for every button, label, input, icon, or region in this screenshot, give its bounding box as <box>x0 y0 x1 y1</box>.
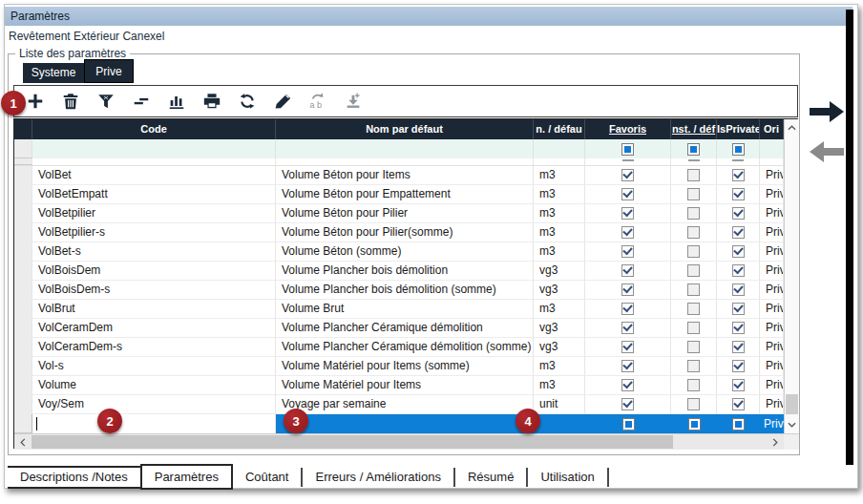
table-row[interactable]: VolBetpilier-s Volume Béton pour Pilier(… <box>14 223 784 242</box>
newrow-inst-cell[interactable] <box>671 414 717 433</box>
table-row[interactable]: VolBetpilier Volume Béton pour Pilier m3… <box>14 204 784 223</box>
cell-unit[interactable]: vg3 <box>534 338 585 357</box>
checkbox-icon[interactable] <box>732 360 745 372</box>
checkbox-icon[interactable] <box>687 341 700 353</box>
row-selector[interactable] <box>14 223 32 242</box>
remove-icon[interactable] <box>130 90 153 113</box>
delete-icon[interactable] <box>59 90 82 113</box>
cell-favoris[interactable] <box>585 338 671 357</box>
cell-isprivate[interactable] <box>717 281 760 300</box>
header-origin[interactable]: Ori <box>760 119 784 139</box>
newrow-selector[interactable] <box>14 414 32 433</box>
cell-code[interactable]: VolBetpilier-s <box>32 223 276 242</box>
cell-nom[interactable]: Volume Béton pour Pilier(somme) <box>276 223 534 242</box>
cell-origin[interactable]: Priv <box>760 300 784 319</box>
checkbox-icon[interactable] <box>621 284 634 296</box>
row-selector[interactable] <box>14 395 32 414</box>
cell-inst[interactable] <box>671 166 717 185</box>
checkbox-icon[interactable] <box>687 245 700 258</box>
cell-origin[interactable]: Priv <box>760 185 784 204</box>
checkbox-icon[interactable] <box>621 379 634 391</box>
cell-unit[interactable]: m3 <box>534 185 585 204</box>
cell-code[interactable]: VolBoisDem <box>32 262 276 281</box>
cell-code[interactable]: VolBrut <box>32 300 276 319</box>
cell-unit[interactable]: vg3 <box>534 262 585 281</box>
scroll-left-icon[interactable] <box>14 434 31 450</box>
filter-origin[interactable] <box>760 139 784 158</box>
header-inst[interactable]: nst. / déf <box>671 119 717 139</box>
checkbox-icon[interactable] <box>687 264 700 277</box>
cell-unit[interactable]: m3 <box>534 376 585 395</box>
table-row[interactable]: VolCeramDem-s Volume Plancher Céramique … <box>14 338 784 357</box>
cell-favoris[interactable] <box>585 204 671 223</box>
filter-icon[interactable] <box>95 90 117 113</box>
cell-favoris[interactable] <box>585 281 671 300</box>
cell-isprivate[interactable] <box>717 262 760 281</box>
checkbox-icon[interactable] <box>621 207 634 220</box>
cell-nom[interactable]: Volume Matériel pour Items (somme) <box>276 357 534 376</box>
cell-unit[interactable]: m3 <box>534 166 585 185</box>
row-selector[interactable] <box>14 357 32 376</box>
cell-nom[interactable]: Volume Plancher Céramique démolition (so… <box>276 338 534 357</box>
filter-code[interactable] <box>32 139 276 158</box>
checkbox-icon[interactable] <box>732 284 745 296</box>
header-nom[interactable]: Nom par défaut <box>276 119 534 139</box>
checkbox-icon[interactable] <box>732 245 745 258</box>
checkbox-icon[interactable] <box>621 188 634 200</box>
cell-nom[interactable]: Volume Béton pour Empattement <box>276 185 534 204</box>
cell-isprivate[interactable] <box>717 357 760 376</box>
cell-inst[interactable] <box>671 376 717 395</box>
add-icon[interactable] <box>24 90 47 113</box>
newrow-nom-cell[interactable] <box>276 414 534 433</box>
newrow-code-cell[interactable] <box>32 414 276 433</box>
table-row[interactable]: Volume Volume Matériel pour Items m3 Pri… <box>14 376 784 395</box>
tab-utilisation[interactable]: Utilisation <box>528 468 608 487</box>
vertical-scroll-thumb[interactable] <box>786 394 798 414</box>
cell-origin[interactable]: Priv <box>760 262 784 281</box>
header-unit[interactable]: n. / défau <box>534 119 585 139</box>
checkbox-icon[interactable] <box>732 398 745 410</box>
checkbox-icon[interactable] <box>732 379 745 391</box>
tab-resume[interactable]: Résumé <box>455 468 528 487</box>
tab-prive[interactable]: Prive <box>84 59 134 83</box>
cell-unit[interactable]: vg3 <box>534 319 585 338</box>
cell-favoris[interactable] <box>585 242 671 262</box>
cell-unit[interactable]: m3 <box>534 223 585 242</box>
cell-isprivate[interactable] <box>717 338 760 357</box>
cell-inst[interactable] <box>671 204 717 223</box>
row-selector[interactable] <box>14 185 32 204</box>
row-selector[interactable] <box>14 204 32 223</box>
cell-origin[interactable]: Priv <box>760 223 784 242</box>
table-row[interactable]: VolBet-s Volume Béton (somme) m3 Priv <box>14 242 784 262</box>
newrow-unit-cell[interactable] <box>534 414 585 433</box>
scroll-down-icon[interactable] <box>785 417 799 432</box>
scroll-right-icon[interactable] <box>767 434 783 450</box>
checkbox-icon[interactable] <box>621 169 634 181</box>
cell-code[interactable]: Voy/Sem <box>32 395 276 414</box>
checkbox-icon[interactable] <box>687 360 700 372</box>
cell-unit[interactable]: vg3 <box>534 281 585 300</box>
checkbox-icon[interactable] <box>732 264 745 277</box>
checkbox-icon[interactable] <box>732 341 745 353</box>
header-favoris[interactable]: Favoris <box>585 119 671 139</box>
checkbox-icon[interactable] <box>621 398 634 410</box>
cell-origin[interactable]: Priv <box>760 242 784 262</box>
cell-origin[interactable]: Priv <box>760 395 784 414</box>
checkbox-icon[interactable] <box>621 226 634 239</box>
cell-code[interactable]: VolBet <box>32 166 276 185</box>
table-row[interactable]: VolBoisDem Volume Plancher bois démoliti… <box>14 262 784 281</box>
cell-inst[interactable] <box>671 319 717 338</box>
row-selector[interactable] <box>14 376 32 395</box>
cell-nom[interactable]: Volume Béton pour Items <box>276 166 534 185</box>
cell-inst[interactable] <box>671 185 717 204</box>
row-selector[interactable] <box>14 319 32 338</box>
checkbox-icon[interactable] <box>621 322 634 334</box>
filter-favoris-checkbox[interactable] <box>585 139 671 158</box>
cell-nom[interactable]: Volume Matériel pour Items <box>276 376 534 395</box>
checkbox-icon[interactable] <box>687 226 700 239</box>
checkbox-icon[interactable] <box>687 169 700 181</box>
horizontal-scrollbar[interactable] <box>14 433 799 450</box>
cell-favoris[interactable] <box>585 319 671 338</box>
cell-unit[interactable]: m3 <box>534 242 585 262</box>
cell-isprivate[interactable] <box>717 166 760 185</box>
